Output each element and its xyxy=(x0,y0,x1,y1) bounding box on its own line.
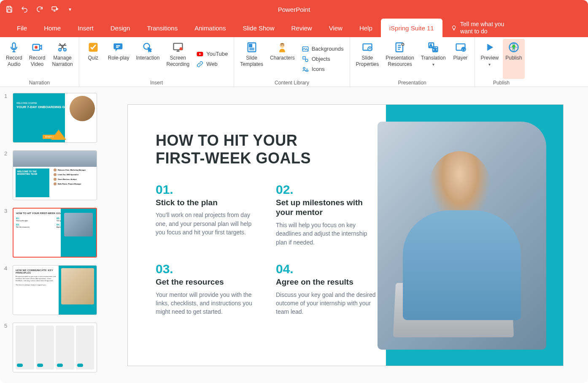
preview-button[interactable]: Preview▾ xyxy=(478,39,502,79)
slide-canvas[interactable]: HOW TO HIT YOURFIRST-WEEK GOALS 01. Stic… xyxy=(103,87,588,383)
svg-rect-22 xyxy=(303,57,305,59)
svg-text:A: A xyxy=(430,44,432,48)
menu-design[interactable]: Design xyxy=(102,19,139,37)
svg-rect-11 xyxy=(116,47,119,48)
lightbulb-icon xyxy=(451,24,457,32)
menu-insert[interactable]: Insert xyxy=(69,19,102,37)
thumbnail-5[interactable]: 5 xyxy=(4,323,99,372)
redo-icon[interactable] xyxy=(35,5,44,14)
screen-recording-button[interactable]: ScreenRecording xyxy=(164,39,192,79)
svg-point-23 xyxy=(305,59,308,62)
backgrounds-icon xyxy=(302,45,309,53)
characters-button[interactable]: Characters xyxy=(267,39,297,79)
current-slide[interactable]: HOW TO HIT YOURFIRST-WEEK GOALS 01. Stic… xyxy=(127,104,564,366)
svg-point-3 xyxy=(452,26,455,29)
svg-point-20 xyxy=(283,45,284,46)
menu-transitions[interactable]: Transitions xyxy=(138,19,186,37)
preview-icon xyxy=(483,41,496,54)
menu-animations[interactable]: Animations xyxy=(186,19,234,37)
manage-narration-button[interactable]: ManageNarration xyxy=(49,39,75,79)
screenrec-icon xyxy=(171,41,185,54)
svg-text:文: 文 xyxy=(434,48,437,52)
slide-thumbnail-panel[interactable]: 1 WELCOME COURSEYOUR 7-DAY ONBOARDING GU… xyxy=(0,87,103,383)
quiz-button[interactable]: Quiz xyxy=(83,39,104,79)
svg-rect-10 xyxy=(116,45,120,46)
title-bar: ▾ PowerPoint xyxy=(0,0,588,19)
svg-point-24 xyxy=(305,70,308,71)
icons-icon xyxy=(302,65,309,73)
translation-button[interactable]: A文 Translation▾ xyxy=(418,39,448,79)
svg-point-19 xyxy=(281,45,282,46)
ribbon-group-insert: Quiz Role-play Interaction ScreenRecordi… xyxy=(79,37,235,87)
menu-home[interactable]: Home xyxy=(35,19,69,37)
undo-icon[interactable] xyxy=(20,5,29,14)
goal-2[interactable]: 02. Set up milestones with your mentor T… xyxy=(276,182,379,247)
svg-rect-2 xyxy=(52,7,57,10)
svg-point-14 xyxy=(179,47,182,50)
roleplay-button[interactable]: Role-play xyxy=(105,39,132,79)
slide-photo xyxy=(378,122,546,350)
slide-templates-button[interactable]: SlideTemplates xyxy=(237,39,266,79)
slide-title[interactable]: HOW TO HIT YOURFIRST-WEEK GOALS xyxy=(156,132,311,168)
slide-properties-button[interactable]: SlideProperties xyxy=(353,39,382,79)
svg-point-37 xyxy=(463,49,464,50)
svg-rect-4 xyxy=(13,43,16,49)
characters-icon xyxy=(275,41,289,54)
ribbon-group-publish: Preview▾ Publish Publish xyxy=(475,37,528,87)
ribbon-group-content-library: SlideTemplates Characters Backgrounds Ob… xyxy=(234,37,350,87)
menu-review[interactable]: Review xyxy=(283,19,320,37)
menu-view[interactable]: View xyxy=(321,19,351,37)
thumbnail-1[interactable]: 1 WELCOME COURSEYOUR 7-DAY ONBOARDING GU… xyxy=(4,93,99,143)
goal-4[interactable]: 04. Agree on the results Discuss your ke… xyxy=(276,262,379,316)
save-icon[interactable] xyxy=(5,5,13,14)
menu-ispring[interactable]: iSpring Suite 11 xyxy=(381,19,442,37)
menu-file[interactable]: File xyxy=(8,19,35,37)
menu-help[interactable]: Help xyxy=(351,19,381,37)
slideprops-icon xyxy=(361,41,374,54)
record-video-button[interactable]: RecordVideo xyxy=(27,39,48,79)
tell-me-label: Tell me what you want to do xyxy=(460,21,518,35)
thumbnail-2[interactable]: 2 WELCOME TO THE MARKETING TEAM! Rebecca… xyxy=(4,150,99,200)
record-audio-button[interactable]: RecordAudio xyxy=(3,39,25,79)
svg-point-8 xyxy=(64,49,66,51)
youtube-icon xyxy=(196,50,204,58)
scissors-icon xyxy=(56,41,69,54)
svg-point-6 xyxy=(35,46,38,49)
svg-rect-0 xyxy=(8,6,11,8)
menu-slideshow[interactable]: Slide Show xyxy=(234,19,283,37)
player-button[interactable]: Player xyxy=(450,39,471,79)
quick-access-toolbar: ▾ xyxy=(5,5,74,14)
thumbnail-4[interactable]: 4 HOW WE COMMUNICATE: KEY PRINCIPLESBe o… xyxy=(4,265,99,315)
menu-bar: File Home Insert Design Transitions Anim… xyxy=(0,19,588,37)
svg-rect-17 xyxy=(249,44,252,47)
thumbnail-3[interactable]: 3 HOW TO HIT YOUR FIRST-WEEK GOALS 01.St… xyxy=(4,208,99,258)
interaction-icon xyxy=(141,41,154,54)
interaction-button[interactable]: Interaction xyxy=(133,39,162,79)
tell-me-search[interactable]: Tell me what you want to do xyxy=(442,21,518,35)
ribbon-group-presentation: SlideProperties PresentationResources A文… xyxy=(350,37,475,87)
objects-button[interactable]: Objects xyxy=(302,55,344,63)
goal-1[interactable]: 01. Stick to the plan You'll work on rea… xyxy=(156,182,259,247)
slide-goals-grid[interactable]: 01. Stick to the plan You'll work on rea… xyxy=(156,182,379,316)
workspace: 1 WELCOME COURSEYOUR 7-DAY ONBOARDING GU… xyxy=(0,87,588,383)
backgrounds-button[interactable]: Backgrounds xyxy=(302,45,344,53)
publish-icon xyxy=(507,41,521,54)
templates-icon xyxy=(245,41,259,54)
camera-icon xyxy=(30,41,44,54)
publish-button[interactable]: Publish xyxy=(503,39,524,79)
chevron-down-icon: ▾ xyxy=(488,62,491,67)
mic-icon xyxy=(7,41,21,54)
goal-3[interactable]: 03. Get the resources Your mentor will p… xyxy=(156,262,259,316)
youtube-button[interactable]: YouTube xyxy=(196,50,228,58)
roleplay-icon xyxy=(112,41,125,54)
presentation-resources-button[interactable]: PresentationResources xyxy=(383,39,416,79)
link-icon xyxy=(196,60,204,68)
player-icon xyxy=(454,41,467,54)
quiz-icon xyxy=(86,41,100,54)
translation-icon: A文 xyxy=(426,41,440,54)
start-from-beginning-icon[interactable] xyxy=(51,5,59,14)
icons-button[interactable]: Icons xyxy=(302,65,344,73)
web-button[interactable]: Web xyxy=(196,60,228,68)
customize-qat-icon[interactable]: ▾ xyxy=(66,5,74,14)
chevron-down-icon: ▾ xyxy=(432,62,434,67)
